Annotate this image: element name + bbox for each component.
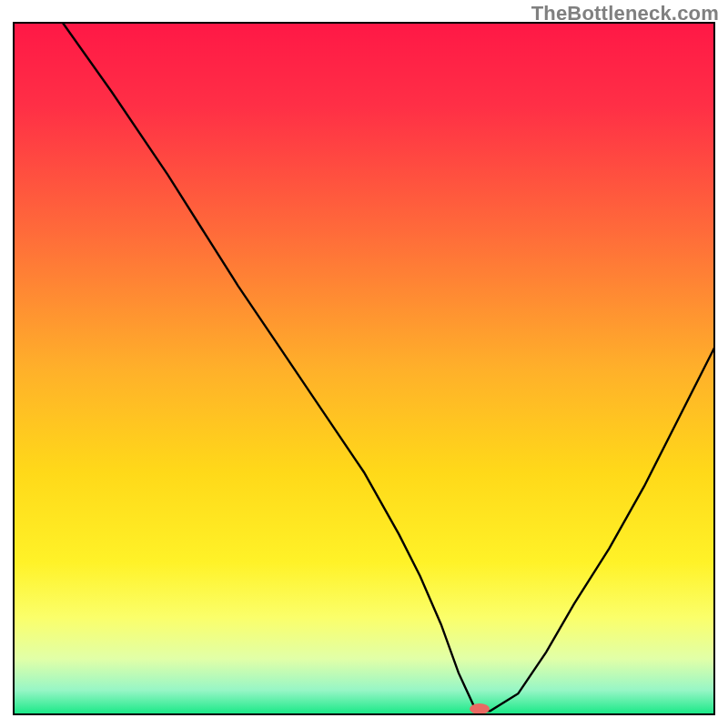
optimum-marker <box>470 703 490 714</box>
gradient-background <box>14 23 714 714</box>
bottleneck-chart <box>0 0 728 728</box>
chart-stage: TheBottleneck.com <box>0 0 728 728</box>
